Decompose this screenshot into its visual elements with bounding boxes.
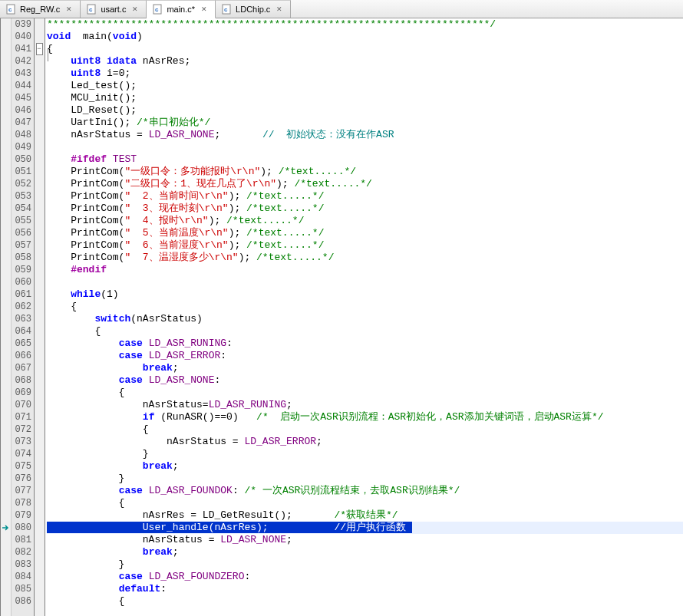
code-line[interactable]: case LD_ASR_RUNING: — [47, 338, 683, 350]
tab-label: usart.c — [101, 5, 126, 14]
code-line[interactable]: { — [47, 387, 683, 399]
code-area[interactable]: ****************************************… — [45, 18, 683, 616]
line-number: 053 — [12, 190, 31, 203]
line-number: 065 — [12, 338, 31, 350]
line-number: 049 — [12, 141, 31, 153]
code-line[interactable]: case LD_ASR_NONE: — [47, 374, 683, 387]
close-icon[interactable]: ✕ — [275, 5, 284, 14]
tab-label: main.c* — [167, 5, 195, 14]
code-line[interactable]: #endif — [47, 264, 683, 276]
tab-mainc[interactable]: cmain.c*✕ — [147, 0, 216, 18]
code-line[interactable]: break; — [47, 362, 683, 374]
line-number: 062 — [12, 301, 31, 313]
code-line[interactable] — [47, 276, 683, 288]
close-icon[interactable]: ✕ — [130, 5, 140, 14]
current-line-arrow-icon — [1, 522, 11, 534]
code-line[interactable]: nAsrRes = LD_GetResult(); /*获取结果*/ — [47, 509, 683, 522]
code-line[interactable]: uint8 idata nAsrRes; — [47, 55, 683, 68]
code-line[interactable]: { — [47, 595, 683, 608]
code-line[interactable]: switch(nAsrStatus) — [47, 313, 683, 325]
close-icon[interactable]: ✕ — [64, 5, 74, 14]
tab-usartc[interactable]: cusart.c✕ — [81, 0, 147, 18]
line-number: 085 — [12, 583, 31, 595]
code-line[interactable] — [47, 141, 683, 153]
svg-text:c: c — [155, 6, 159, 13]
code-line[interactable]: LD_Reset(); — [47, 104, 683, 117]
code-line[interactable]: PrintCom(" 2、当前时间\r\n"); /*text.....*/ — [47, 190, 683, 203]
line-number: 070 — [12, 399, 31, 411]
code-line[interactable]: MCU_init(); — [47, 92, 683, 104]
code-line[interactable]: Led_test(); — [47, 80, 683, 92]
c-file-icon: c — [6, 4, 17, 15]
code-line[interactable]: uint8 i=0; — [47, 68, 683, 80]
code-line[interactable]: void main(void) — [47, 31, 683, 43]
line-number: 040 — [12, 31, 31, 43]
code-line[interactable]: #ifdef TEST — [47, 153, 683, 166]
line-number: 048 — [12, 129, 31, 141]
line-number: 079 — [12, 509, 31, 522]
line-number: 057 — [12, 239, 31, 252]
code-line[interactable]: PrintCom(" 3、现在时刻\r\n"); /*text.....*/ — [47, 203, 683, 215]
line-number: 081 — [12, 534, 31, 546]
line-number-gutter: 0390400410420430440450460470480490500510… — [12, 18, 35, 616]
c-file-icon: c — [222, 4, 233, 15]
code-line[interactable]: ****************************************… — [47, 18, 683, 31]
code-line[interactable]: } — [47, 473, 683, 485]
line-number: 076 — [12, 473, 31, 485]
line-number: 078 — [12, 497, 31, 509]
code-line[interactable]: PrintCom("二级口令：1、现在几点了\r\n"); /*text....… — [47, 178, 683, 190]
code-line[interactable]: UartIni(); /*串口初始化*/ — [47, 117, 683, 129]
code-line[interactable]: break; — [47, 460, 683, 473]
code-line[interactable]: { — [47, 423, 683, 436]
code-line[interactable]: } — [47, 448, 683, 460]
tab-label: LDChip.c — [236, 5, 270, 14]
line-number: 043 — [12, 68, 31, 80]
close-icon[interactable]: ✕ — [200, 5, 209, 14]
line-number: 060 — [12, 276, 31, 288]
code-line[interactable]: { — [47, 301, 683, 313]
code-line[interactable]: PrintCom(" 5、当前温度\r\n"); /*text.....*/ — [47, 227, 683, 239]
line-number: 083 — [12, 558, 31, 571]
fold-toggle-icon[interactable]: − — [36, 43, 43, 55]
line-number: 056 — [12, 227, 31, 239]
tab-regrwc[interactable]: cReg_RW.c✕ — [0, 0, 81, 18]
code-line[interactable]: default: — [47, 583, 683, 595]
line-number: 061 — [12, 288, 31, 301]
line-number: 050 — [12, 153, 31, 166]
line-number: 073 — [12, 436, 31, 448]
code-line[interactable]: case LD_ASR_FOUNDZERO: — [47, 571, 683, 583]
line-number: 077 — [12, 485, 31, 497]
tab-ldchipc[interactable]: cLDChip.c✕ — [216, 0, 291, 18]
code-line[interactable]: break; — [47, 546, 683, 558]
code-line[interactable]: PrintCom(" 6、当前湿度\r\n"); /*text.....*/ — [47, 239, 683, 252]
code-line[interactable]: { — [47, 497, 683, 509]
code-line[interactable]: nAsrStatus = LD_ASR_NONE; // 初始状态：没有在作AS… — [47, 129, 683, 141]
svg-text:c: c — [89, 6, 93, 13]
line-number: 041 — [12, 43, 31, 55]
line-number: 074 — [12, 448, 31, 460]
line-number: 068 — [12, 374, 31, 387]
code-line[interactable]: { — [47, 43, 683, 55]
code-line[interactable]: PrintCom(" 4、报时\r\n"); /*text.....*/ — [47, 215, 683, 227]
code-line[interactable]: PrintCom("一级口令：多功能报时\r\n"); /*text.....*… — [47, 166, 683, 178]
code-line[interactable]: nAsrStatus=LD_ASR_RUNING; — [47, 399, 683, 411]
code-line[interactable]: while(1) — [47, 288, 683, 301]
code-line[interactable]: PrintCom(" 7、温湿度多少\r\n"); /*text.....*/ — [47, 252, 683, 264]
line-number: 055 — [12, 215, 31, 227]
code-line[interactable]: if (RunASR()==0) /* 启动一次ASR识别流程：ASR初始化，A… — [47, 411, 683, 423]
code-line[interactable]: nAsrStatus = LD_ASR_NONE; — [47, 534, 683, 546]
gutter-markers — [1, 18, 12, 616]
code-line[interactable]: } — [47, 558, 683, 571]
line-number: 080 — [12, 522, 31, 534]
code-line[interactable]: { — [47, 325, 683, 338]
code-line[interactable]: case LD_ASR_ERROR: — [47, 350, 683, 362]
code-line[interactable]: User_handle(nAsrRes); //用户执行函数 — [47, 522, 683, 534]
code-editor: 0390400410420430440450460470480490500510… — [0, 18, 683, 616]
code-line[interactable]: nAsrStatus = LD_ASR_ERROR; — [47, 436, 683, 448]
svg-text:c: c — [8, 6, 12, 13]
fold-gutter: − — [35, 18, 45, 616]
line-number: 067 — [12, 362, 31, 374]
tab-label: Reg_RW.c — [20, 5, 60, 14]
tab-bar: cReg_RW.c✕cusart.c✕cmain.c*✕cLDChip.c✕ — [0, 0, 683, 18]
code-line[interactable]: case LD_ASR_FOUNDOK: /* 一次ASR识别流程结束，去取AS… — [47, 485, 683, 497]
